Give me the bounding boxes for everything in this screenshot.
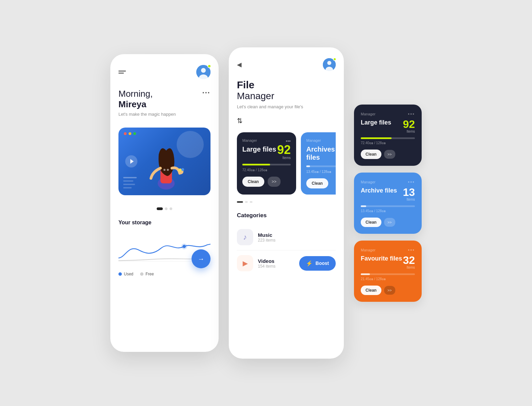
svg-rect-14: [123, 187, 132, 188]
mc1-clean-button[interactable]: Clean: [361, 150, 381, 159]
hamburger-icon[interactable]: [118, 71, 126, 73]
fc1-nav-button[interactable]: >>: [268, 177, 281, 187]
window-dots: [124, 132, 136, 135]
used-label: Used: [124, 272, 133, 276]
mc2-dots[interactable]: •••: [408, 179, 415, 185]
mc3-clean-button[interactable]: Clean: [361, 286, 381, 295]
fc1-clean-button[interactable]: Clean: [242, 177, 264, 187]
music-icon: ♪: [243, 233, 247, 242]
svg-point-17: [181, 244, 187, 249]
dot-2: [170, 207, 172, 210]
svg-point-9: [178, 168, 182, 172]
music-category-item: ♪ Music 223 items: [237, 224, 336, 250]
mc1-dots[interactable]: •••: [408, 111, 415, 117]
mc1-body: Large files 92 Items: [361, 119, 415, 133]
back-icon[interactable]: ◀: [237, 61, 242, 68]
avatar[interactable]: [196, 65, 210, 79]
slide-dot-2: [250, 201, 252, 203]
mc3-count: 32 Items: [403, 255, 415, 269]
svg-rect-11: [123, 177, 137, 178]
categories-title: Categories: [237, 212, 336, 219]
svg-point-6: [163, 169, 165, 171]
slide-dots: [237, 201, 336, 203]
legend-used: Used: [118, 272, 133, 276]
mc3-title: Favourite files: [361, 255, 402, 263]
svg-point-19: [327, 61, 331, 65]
used-dot: [118, 272, 122, 276]
fc2-clean-button[interactable]: Clean: [306, 178, 328, 188]
svg-point-1: [201, 68, 206, 73]
right-cards-column: Manager ••• Large files 92 Items 72.40ɢʙ…: [354, 105, 422, 302]
mc1-nav-button[interactable]: >>: [384, 150, 395, 159]
storage-legend: Used Free: [118, 272, 210, 276]
mc1-manager-label: Manager: [361, 112, 375, 116]
greeting-section: Morning, Mireya Let's make the magic hap…: [118, 89, 176, 117]
greeting-subtitle: Let's make the magic happen: [118, 112, 176, 117]
dot-1: [165, 207, 168, 210]
svg-rect-13: [123, 184, 135, 185]
videos-name: Videos: [258, 258, 294, 264]
mc3-nav-button[interactable]: >>: [384, 286, 395, 295]
fc2-progress-fill: [306, 165, 310, 167]
mc3-body: Favourite files 32 Items: [361, 255, 415, 269]
dot-green: [133, 132, 136, 135]
free-label: Free: [146, 272, 154, 276]
mc1-storage: 72.40ɢʙ / 128ɢʙ: [361, 141, 415, 145]
greeting-text: Morning, Mireya: [118, 89, 176, 110]
videos-info: Videos 154 items: [258, 258, 294, 269]
greeting-name: Mireya: [118, 99, 146, 109]
cards-row: Manager Large files ••• 92 Items 72.40ɢʙ…: [237, 132, 336, 195]
fc2-progress-bar: [306, 165, 336, 167]
legend-free: Free: [140, 272, 154, 276]
slide-dot-active: [237, 201, 243, 203]
svg-point-7: [167, 169, 169, 171]
hero-bg-shape: [177, 131, 204, 158]
video-icon: ▶: [243, 259, 248, 267]
mc2-clean-button[interactable]: Clean: [361, 218, 381, 227]
mc2-header: Manager •••: [361, 179, 415, 185]
dot-active: [157, 207, 163, 210]
fc2-title: Archives files: [306, 145, 336, 161]
phone-2: ◀ File Manager Let's clean and manage yo…: [229, 47, 344, 359]
mc2-progress-fill: [361, 205, 366, 207]
filter-icon[interactable]: ⇅: [237, 117, 243, 125]
fc1-count: ••• 92 Items: [277, 138, 291, 160]
storage-chart: [118, 231, 210, 265]
fc1-storage: 72.40ɢʙ / 128ɢʙ: [242, 168, 291, 172]
online-badge: [333, 58, 336, 61]
more-options-icon[interactable]: •••: [202, 90, 210, 95]
title-bold: File: [237, 79, 336, 91]
boost-button[interactable]: ⚡ Boost: [299, 256, 336, 271]
title-regular: Manager: [237, 91, 336, 102]
mc1-number: 92: [403, 119, 415, 130]
fc2-storage: 13.45ɢʙ / 128ɢʙ: [306, 170, 336, 174]
videos-category-item: ▶ Videos 154 items ⚡ Boost: [237, 250, 336, 276]
boost-label: Boost: [315, 261, 329, 266]
phone2-header: ◀: [237, 58, 336, 71]
scene: Morning, Mireya Let's make the magic hap…: [110, 47, 422, 359]
mc3-progress-fill: [361, 273, 370, 275]
fc1-title: Large files: [242, 145, 276, 153]
mc2-count: 13 Items: [403, 187, 415, 201]
manager-card-archive: Manager ••• Archive files 13 Items 13.45…: [354, 173, 422, 234]
fc1-progress-fill: [242, 164, 270, 165]
mc3-dots[interactable]: •••: [408, 247, 415, 253]
fc1-progress-bar: [242, 164, 291, 165]
mc2-nav-button[interactable]: >>: [384, 218, 395, 227]
mc3-actions: Clean >>: [361, 286, 415, 295]
fc1-header: Manager Large files ••• 92 Items: [242, 138, 291, 160]
fab-button[interactable]: [192, 249, 210, 268]
music-info: Music 223 items: [258, 232, 336, 243]
mc1-title: Large files: [361, 119, 391, 127]
manager-card-favourite: Manager ••• Favourite files 32 Items 21.…: [354, 241, 422, 302]
mc2-storage: 13.45ɢʙ / 128ɢʙ: [361, 209, 415, 213]
mc3-header: Manager •••: [361, 247, 415, 253]
phone2-card-header-row: ⇅: [237, 117, 336, 125]
music-name: Music: [258, 232, 336, 238]
play-icon[interactable]: [125, 155, 137, 167]
large-files-card: Manager Large files ••• 92 Items 72.40ɢʙ…: [237, 132, 296, 195]
fc1-number: 92: [277, 144, 291, 156]
fc1-manager-label: Manager: [242, 138, 276, 142]
phone2-subtitle: Let's clean and manage your file's: [237, 104, 336, 109]
svg-point-10: [181, 168, 184, 171]
